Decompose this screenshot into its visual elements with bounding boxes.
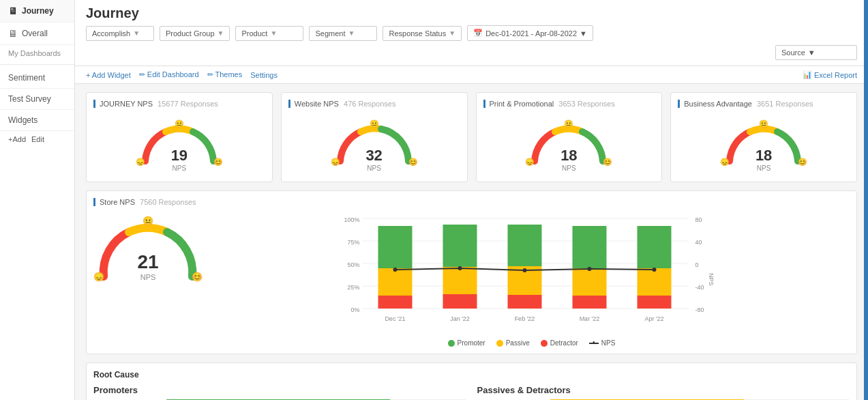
svg-rect-29 [443, 294, 477, 309]
store-content: 😞 😐 😊 21 NPS 100% [93, 212, 850, 347]
passives-detractors-title: Passives & Detractors [477, 385, 850, 395]
themes-button[interactable]: ✏ Themes [207, 70, 243, 79]
chevron-down-icon-5: ▼ [449, 29, 455, 37]
sidebar-item-overall[interactable]: 🖥 Overall [0, 23, 74, 45]
chevron-down-icon-2: ▼ [218, 29, 224, 37]
svg-rect-37 [573, 296, 607, 309]
svg-text:Dec '21: Dec '21 [385, 315, 405, 322]
calendar-icon: 📅 [473, 29, 483, 38]
accomplish-filter[interactable]: Accomplish ▼ [86, 26, 154, 41]
store-nps-section: Store NPS 7560 Responses 😞 😐 😊 [86, 190, 857, 354]
filter-row: Accomplish ▼ Product Group ▼ Product ▼ S… [86, 25, 857, 41]
toolbar: + Add Widget ✏ Edit Dashboard ✏ Themes S… [75, 66, 868, 84]
source-filter[interactable]: Source ▼ [775, 45, 857, 60]
svg-rect-25 [378, 296, 413, 309]
chart-legend: Promoter Passive Detractor NPS [213, 339, 850, 347]
svg-rect-35 [508, 225, 542, 266]
edit-action[interactable]: Edit [31, 135, 44, 143]
right-accent-bar [864, 0, 868, 400]
svg-point-46 [458, 266, 462, 270]
svg-text:😞: 😞 [525, 157, 535, 167]
svg-text:100%: 100% [344, 216, 359, 223]
sidebar-item-sentiment[interactable]: Sentiment [0, 68, 74, 89]
edit-dashboard-button[interactable]: ✏ Edit Dashboard [139, 70, 199, 79]
svg-text:😐: 😐 [175, 119, 184, 128]
gauge-value-2: 32 NPS [365, 147, 382, 172]
main-content: Journey Accomplish ▼ Product Group ▼ Pro… [75, 0, 868, 400]
sidebar-item-widgets[interactable]: Widgets [0, 110, 74, 131]
website-nps-title: Website NPS 476 Responses [288, 100, 460, 108]
svg-text:😊: 😊 [798, 157, 807, 167]
business-advantage-card: Business Advantage 3651 Responses 😞 😐 😊 … [670, 92, 857, 182]
print-nps-gauge: 😞 😐 😊 18 NPS [483, 113, 655, 175]
svg-text:-80: -80 [695, 306, 704, 313]
passives-detractors-column: Passives & Detractors Variety of product… [477, 385, 850, 400]
sidebar-item-test-survey[interactable]: Test Survey [0, 89, 74, 110]
promoters-title: Promoters [93, 385, 466, 395]
excel-icon: 📊 [803, 70, 812, 79]
settings-button[interactable]: Settings [250, 71, 278, 79]
svg-text:😊: 😊 [603, 157, 612, 167]
root-cause-section: Root Cause Promoters Variety of products… [86, 362, 857, 400]
add-widget-button[interactable]: + Add Widget [86, 71, 131, 79]
print-promotional-card: Print & Promotional 3653 Responses 😞 😐 😊… [476, 92, 663, 182]
product-group-filter[interactable]: Product Group ▼ [160, 26, 230, 41]
sidebar-item-widgets-label: Widgets [8, 115, 38, 125]
passive-color [496, 340, 503, 347]
segment-filter[interactable]: Segment ▼ [309, 26, 377, 41]
svg-text:😞: 😞 [720, 157, 730, 167]
svg-rect-27 [378, 226, 413, 268]
svg-text:😞: 😞 [93, 271, 105, 283]
date-range-filter[interactable]: 📅 Dec-01-2021 - Apr-08-2022 ▼ [467, 25, 593, 41]
svg-text:😐: 😐 [564, 119, 573, 128]
svg-text:25%: 25% [347, 284, 359, 291]
excel-report-button[interactable]: 📊 Excel Report [803, 70, 857, 79]
source-row: Source ▼ [86, 45, 857, 60]
promoters-column: Promoters Variety of products [93, 385, 466, 400]
svg-rect-42 [638, 268, 672, 296]
svg-text:😞: 😞 [136, 157, 145, 167]
response-status-filter[interactable]: Response Status ▼ [383, 26, 462, 41]
svg-text:NPS: NPS [708, 273, 715, 286]
business-nps-gauge: 😞 😐 😊 18 NPS [678, 113, 850, 175]
monitor-icon: 🖥 [8, 5, 18, 16]
my-dashboards-label[interactable]: My Dashboards [0, 45, 74, 61]
business-advantage-title: Business Advantage 3651 Responses [678, 100, 850, 108]
chevron-down-icon-6: ▼ [580, 29, 587, 38]
svg-rect-26 [378, 268, 413, 296]
store-gauge-value: 21 NPS [137, 251, 158, 281]
add-action[interactable]: +Add [8, 135, 26, 143]
svg-text:40: 40 [695, 239, 702, 246]
store-gauge-container: 😞 😐 😊 21 NPS [93, 212, 203, 347]
svg-text:75%: 75% [347, 239, 359, 246]
chevron-down-icon-3: ▼ [270, 29, 277, 37]
website-nps-card: Website NPS 476 Responses 😞 😐 😊 32 NP [281, 92, 468, 182]
svg-text:😞: 😞 [331, 157, 340, 167]
store-nps-title: Store NPS 7560 Responses [93, 198, 850, 206]
sidebar-item-journey[interactable]: 🖥 Journey [0, 0, 74, 23]
sidebar: 🖥 Journey 🖥 Overall My Dashboards Sentim… [0, 0, 75, 400]
header: Journey Accomplish ▼ Product Group ▼ Pro… [75, 0, 868, 66]
nps-line-icon [589, 343, 599, 344]
sidebar-divider [0, 64, 74, 65]
legend-detractor: Detractor [541, 339, 578, 347]
product-filter[interactable]: Product ▼ [235, 26, 303, 41]
legend-passive: Passive [496, 339, 530, 347]
print-promotional-title: Print & Promotional 3653 Responses [483, 100, 655, 108]
gauge-value-3: 18 NPS [560, 147, 577, 172]
svg-text:50%: 50% [347, 261, 359, 268]
journey-nps-card: JOURNEY NPS 15677 Responses 😞 😐 [86, 92, 273, 182]
page-title: Journey [86, 5, 857, 21]
svg-rect-39 [573, 226, 607, 268]
svg-rect-38 [573, 268, 607, 296]
svg-rect-31 [443, 225, 477, 267]
svg-text:-40: -40 [695, 284, 704, 291]
svg-text:😊: 😊 [213, 157, 223, 167]
svg-rect-33 [508, 295, 542, 309]
journey-nps-gauge: 😞 😐 😊 19 NPS [93, 113, 265, 175]
promoter-color [448, 340, 455, 347]
source-label: Source [781, 48, 805, 57]
svg-text:Feb '22: Feb '22 [515, 315, 535, 322]
monitor-icon-2: 🖥 [8, 28, 18, 39]
svg-point-45 [393, 268, 398, 272]
